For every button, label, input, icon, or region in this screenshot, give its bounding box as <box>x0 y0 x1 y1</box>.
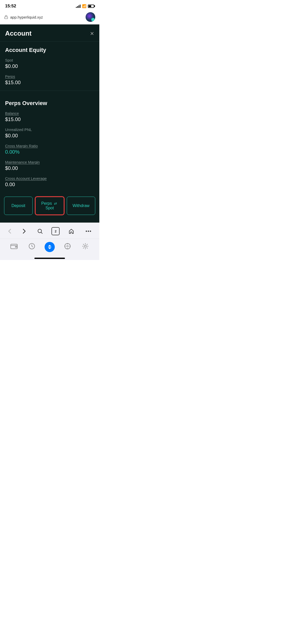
settings-dock-button[interactable] <box>79 241 91 253</box>
signal-icon <box>76 4 80 8</box>
svg-point-14 <box>70 246 70 247</box>
browser-url: app.hyperliquid.xyz <box>10 15 43 19</box>
settings-icon <box>82 243 89 251</box>
svg-point-4 <box>90 231 91 232</box>
balance-value: $15.00 <box>5 116 94 122</box>
perps-spot-button[interactable]: Perps ⇄ Spot <box>35 197 64 215</box>
transfer-dock-button[interactable] <box>44 241 56 253</box>
cross-account-leverage-field: Cross Account Leverage 0.00 <box>5 176 94 187</box>
cross-margin-ratio-label: Cross Margin Ratio <box>5 144 94 148</box>
spot-field: Spot $0.00 <box>5 58 94 69</box>
svg-rect-0 <box>5 17 8 19</box>
compass-icon <box>64 243 71 251</box>
svg-point-13 <box>65 246 66 247</box>
wallet-icon <box>10 243 18 251</box>
maintenance-margin-field: Maintenance Margin $0.00 <box>5 160 94 171</box>
transfer-icon: ⇄ <box>54 201 57 206</box>
tabs-button[interactable]: 2 <box>51 227 60 235</box>
avatar <box>86 12 95 22</box>
history-icon <box>29 243 35 251</box>
nav-row: 2 <box>0 226 99 237</box>
perps-equity-label: Perps <box>5 74 94 79</box>
browser-nav-bar: 2 <box>0 223 99 239</box>
perps-overview-section: Perps Overview Balance $15.00 Unrealized… <box>0 95 99 187</box>
balance-field: Balance $15.00 <box>5 111 94 122</box>
search-button[interactable] <box>35 227 45 236</box>
battery-icon <box>88 5 94 8</box>
unrealized-pnl-label: Unrealized PNL <box>5 127 94 132</box>
withdraw-button[interactable]: Withdraw <box>67 197 95 215</box>
home-button[interactable] <box>66 227 77 236</box>
perps-spot-label-perps: Perps <box>41 201 52 206</box>
perps-equity-value: $15.00 <box>5 80 94 85</box>
cross-account-leverage-label: Cross Account Leverage <box>5 176 94 181</box>
cross-account-leverage-value: 0.00 <box>5 182 94 187</box>
wallet-dock-button[interactable] <box>8 241 20 253</box>
close-button[interactable]: ✕ <box>90 31 94 36</box>
unrealized-pnl-value: $0.00 <box>5 133 94 139</box>
maintenance-margin-value: $0.00 <box>5 165 94 171</box>
perps-spot-label-spot: Spot <box>46 206 54 210</box>
account-equity-title: Account Equity <box>5 47 94 53</box>
bottom-dock <box>0 239 99 256</box>
browser-url-area: app.hyperliquid.xyz <box>4 15 43 19</box>
more-button[interactable] <box>83 229 94 233</box>
status-bar: 15:52 📶 <box>0 0 99 11</box>
home-indicator <box>0 256 99 260</box>
compass-dock-button[interactable] <box>61 241 74 253</box>
perps-overview-title: Perps Overview <box>5 100 94 107</box>
section-divider <box>0 91 99 91</box>
transfer-icon <box>45 242 55 252</box>
svg-point-10 <box>67 245 68 247</box>
deposit-button[interactable]: Deposit <box>4 197 33 215</box>
svg-point-3 <box>88 231 89 232</box>
lock-icon <box>4 15 8 19</box>
spot-label: Spot <box>5 58 94 62</box>
svg-point-11 <box>67 244 68 244</box>
back-button[interactable] <box>6 227 14 235</box>
home-indicator-bar <box>34 258 65 259</box>
account-panel: Account ✕ Account Equity Spot $0.00 Perp… <box>0 24 99 223</box>
wifi-icon: 📶 <box>82 4 86 8</box>
svg-point-2 <box>86 231 87 232</box>
panel-title: Account <box>5 30 32 37</box>
status-time: 15:52 <box>5 4 16 9</box>
status-icons: 📶 <box>76 4 94 8</box>
balance-label: Balance <box>5 111 94 115</box>
spot-value: $0.00 <box>5 63 94 69</box>
svg-point-7 <box>16 247 16 247</box>
perps-equity-field: Perps $15.00 <box>5 74 94 85</box>
cross-margin-ratio-field: Cross Margin Ratio 0.00% <box>5 144 94 155</box>
cross-margin-ratio-value: 0.00% <box>5 149 94 155</box>
history-dock-button[interactable] <box>26 241 38 253</box>
browser-bar: app.hyperliquid.xyz <box>0 11 99 24</box>
forward-button[interactable] <box>20 227 28 235</box>
action-buttons: Deposit Perps ⇄ Spot Withdraw <box>0 193 99 217</box>
maintenance-margin-label: Maintenance Margin <box>5 160 94 164</box>
account-equity-section: Account Equity Spot $0.00 Perps $15.00 <box>0 42 99 85</box>
svg-point-15 <box>84 245 86 247</box>
panel-header: Account ✕ <box>0 24 99 42</box>
svg-point-12 <box>67 248 68 249</box>
unrealized-pnl-field: Unrealized PNL $0.00 <box>5 127 94 139</box>
